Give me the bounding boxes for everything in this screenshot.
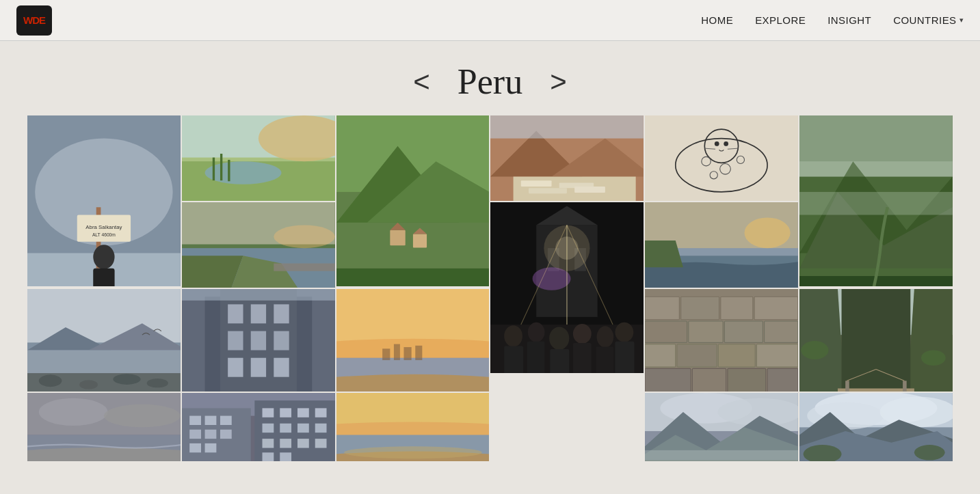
next-arrow[interactable]: > bbox=[550, 68, 567, 96]
svg-rect-142 bbox=[842, 289, 911, 392]
svg-rect-145 bbox=[903, 381, 907, 392]
nav-countries[interactable]: COUNTRIES ▾ bbox=[893, 14, 964, 26]
svg-rect-108 bbox=[228, 358, 243, 377]
svg-point-72 bbox=[573, 324, 592, 344]
logo-text: WDE bbox=[23, 14, 45, 26]
page-title: Peru bbox=[458, 61, 522, 102]
svg-rect-50 bbox=[799, 192, 953, 215]
photo-5[interactable] bbox=[645, 115, 798, 201]
svg-rect-173 bbox=[297, 424, 309, 433]
photo-14[interactable] bbox=[182, 393, 335, 461]
svg-rect-104 bbox=[274, 304, 289, 323]
svg-rect-102 bbox=[228, 304, 243, 323]
svg-rect-129 bbox=[765, 321, 798, 342]
photo-16[interactable] bbox=[645, 289, 798, 392]
svg-rect-103 bbox=[251, 304, 266, 323]
photo-10[interactable] bbox=[27, 289, 181, 392]
photo-3[interactable] bbox=[336, 115, 490, 286]
svg-rect-136 bbox=[728, 368, 766, 392]
photo-grid: Abra Salkantay ALT 4600m bbox=[0, 115, 980, 475]
svg-rect-174 bbox=[315, 424, 327, 433]
svg-rect-128 bbox=[725, 321, 763, 342]
navbar: WDE HOME EXPLORE INSIGHT COUNTRIES ▾ bbox=[0, 0, 980, 41]
svg-rect-159 bbox=[189, 416, 201, 425]
svg-rect-123 bbox=[681, 297, 719, 320]
svg-rect-25 bbox=[336, 269, 490, 286]
svg-rect-134 bbox=[645, 368, 691, 392]
photo-2b[interactable] bbox=[182, 289, 335, 392]
prev-arrow[interactable]: < bbox=[413, 68, 430, 96]
svg-point-203 bbox=[914, 445, 945, 460]
svg-point-70 bbox=[528, 323, 545, 342]
svg-point-96 bbox=[79, 380, 98, 389]
svg-point-59 bbox=[274, 225, 335, 249]
photo-2[interactable] bbox=[182, 115, 335, 201]
svg-rect-16 bbox=[228, 160, 230, 181]
photo-8[interactable] bbox=[490, 202, 644, 373]
photo-13[interactable] bbox=[27, 393, 181, 461]
svg-rect-33 bbox=[575, 187, 606, 193]
photo-15[interactable] bbox=[336, 393, 490, 461]
photo-18[interactable] bbox=[799, 393, 953, 461]
svg-point-73 bbox=[597, 326, 614, 347]
nav-insight[interactable]: INSIGHT bbox=[827, 14, 871, 26]
svg-text:ALT 4600m: ALT 4600m bbox=[92, 232, 116, 237]
svg-rect-110 bbox=[274, 358, 289, 377]
svg-rect-135 bbox=[693, 368, 726, 392]
svg-point-69 bbox=[505, 325, 523, 346]
svg-rect-180 bbox=[280, 452, 291, 461]
svg-point-186 bbox=[344, 446, 481, 458]
svg-rect-120 bbox=[415, 346, 422, 360]
svg-rect-15 bbox=[220, 154, 222, 180]
svg-rect-111 bbox=[182, 289, 335, 301]
svg-rect-77 bbox=[551, 349, 570, 373]
svg-rect-21 bbox=[390, 230, 405, 245]
svg-point-43 bbox=[724, 141, 729, 146]
svg-rect-122 bbox=[645, 297, 679, 320]
svg-point-74 bbox=[615, 323, 634, 342]
photo-12[interactable] bbox=[799, 289, 953, 392]
svg-rect-119 bbox=[403, 347, 411, 360]
photo-9[interactable] bbox=[645, 202, 798, 288]
photo-4[interactable] bbox=[490, 115, 644, 201]
logo-box: WDE bbox=[16, 5, 52, 36]
nav-links: HOME EXPLORE INSIGHT COUNTRIES ▾ bbox=[701, 14, 964, 26]
svg-rect-105 bbox=[228, 331, 243, 351]
svg-rect-161 bbox=[220, 416, 232, 425]
photo-1[interactable]: Abra Salkantay ALT 4600m bbox=[27, 115, 181, 286]
svg-rect-79 bbox=[596, 347, 614, 373]
photo-7[interactable] bbox=[182, 202, 335, 288]
svg-rect-133 bbox=[757, 344, 798, 368]
svg-rect-163 bbox=[204, 430, 216, 439]
svg-rect-106 bbox=[251, 331, 266, 351]
svg-rect-14 bbox=[213, 158, 215, 181]
svg-rect-167 bbox=[262, 408, 274, 417]
svg-rect-32 bbox=[529, 188, 567, 193]
svg-point-7 bbox=[93, 245, 114, 269]
nav-home[interactable]: HOME bbox=[701, 14, 733, 26]
svg-point-86 bbox=[745, 217, 791, 248]
svg-point-71 bbox=[550, 327, 570, 350]
svg-rect-23 bbox=[413, 234, 427, 247]
svg-rect-194 bbox=[645, 450, 798, 461]
svg-rect-130 bbox=[645, 344, 676, 368]
svg-rect-118 bbox=[394, 344, 400, 361]
svg-rect-126 bbox=[645, 321, 687, 342]
logo[interactable]: WDE bbox=[16, 5, 52, 36]
svg-rect-176 bbox=[280, 439, 291, 448]
nav-explore[interactable]: EXPLORE bbox=[755, 14, 806, 26]
photo-6[interactable] bbox=[799, 115, 953, 286]
svg-point-95 bbox=[39, 374, 62, 387]
photo-17[interactable] bbox=[645, 393, 798, 461]
svg-rect-165 bbox=[189, 443, 201, 452]
svg-point-153 bbox=[104, 404, 181, 428]
svg-point-98 bbox=[147, 379, 168, 387]
svg-rect-34 bbox=[490, 115, 644, 139]
svg-marker-141 bbox=[907, 289, 953, 392]
svg-rect-58 bbox=[274, 264, 335, 271]
svg-rect-107 bbox=[274, 331, 289, 351]
svg-rect-164 bbox=[220, 430, 232, 439]
photo-11[interactable] bbox=[336, 289, 490, 392]
svg-point-13 bbox=[204, 161, 281, 184]
svg-rect-8 bbox=[93, 269, 114, 286]
